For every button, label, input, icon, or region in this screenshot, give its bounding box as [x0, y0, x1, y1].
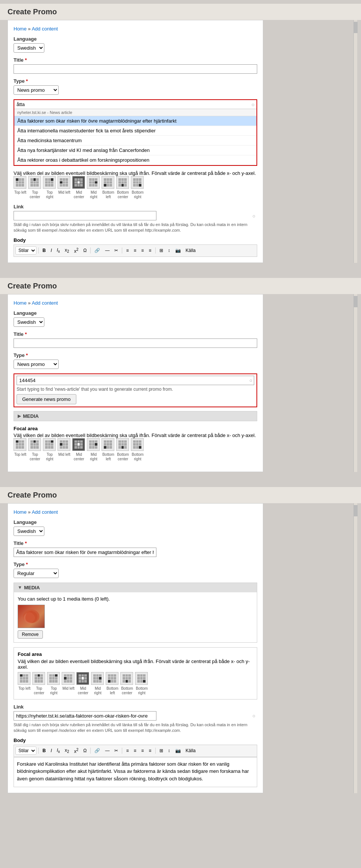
toolbar-ul-3[interactable]: ≡ [124, 747, 130, 754]
focal-cell-ml-2[interactable] [58, 438, 70, 451]
scrollbar-2[interactable] [353, 294, 357, 472]
toolbar-sup-3[interactable]: x2 [72, 747, 80, 755]
toolbar-bold-1[interactable]: B [41, 247, 48, 254]
focal-cell-tc-2[interactable] [28, 438, 41, 451]
toolbar-special-1[interactable]: Ω [81, 247, 88, 254]
focal-cell-bl-3[interactable] [106, 672, 118, 685]
focal-cell-tc-3[interactable] [32, 672, 45, 685]
remove-media-button-3[interactable]: Remove [18, 630, 43, 639]
focal-cell-bottom-left-1[interactable] [102, 176, 114, 189]
toolbar-image-3[interactable]: 📷 [173, 747, 183, 754]
scrollbar-3[interactable] [353, 503, 357, 793]
toolbar-italic-clear-1[interactable]: Ix [55, 246, 62, 255]
scrollbar-thumb-3[interactable] [354, 505, 358, 516]
focal-cell-br-2[interactable] [131, 438, 144, 451]
scrollbar-thumb-1[interactable] [354, 22, 358, 33]
focal-cell-bc-3[interactable] [120, 672, 133, 685]
focal-cell-tr-3[interactable] [47, 672, 60, 685]
focal-cell-bottom-right-1[interactable] [131, 176, 144, 189]
language-select-1[interactable]: Swedish [14, 43, 44, 53]
scrollbar-1[interactable] [353, 20, 357, 263]
toolbar-cut-3[interactable]: ✂ [112, 747, 120, 754]
focal-cell-mid-left-1[interactable] [58, 176, 70, 189]
type-select-1[interactable]: News promo [14, 85, 59, 95]
focal-cell-top-center-1[interactable] [28, 176, 41, 189]
link-input-3[interactable] [14, 711, 156, 721]
breadcrumb-addcontent-2[interactable]: Add content [32, 300, 58, 306]
toolbar-ul-1[interactable]: ≡ [124, 247, 130, 254]
title-input-3[interactable] [14, 548, 156, 557]
focal-cell-ml-3[interactable] [62, 672, 74, 685]
toolbar-source-3[interactable]: Källa [184, 747, 198, 754]
dropdown-more-item-1-1[interactable]: Åtta nya forskartjänster vid KI med ansl… [14, 146, 256, 155]
toolbar-indent-3[interactable]: ≡ [140, 747, 146, 754]
link-input-1[interactable] [14, 211, 156, 220]
toolbar-dash-1[interactable]: — [103, 247, 111, 254]
toolbar-italic-3[interactable]: I [49, 747, 54, 754]
toolbar-table-1[interactable]: ⊞ [158, 247, 165, 254]
title-input-1[interactable] [14, 64, 257, 74]
autocomplete-item-1-1[interactable]: Åtta internationella masterstudenter fic… [14, 126, 256, 136]
focal-cell-mr-2[interactable] [87, 438, 100, 451]
breadcrumb-addcontent-3[interactable]: Add content [32, 509, 58, 515]
focal-cell-tr-2[interactable] [43, 438, 56, 451]
toolbar-sub-1[interactable]: x2 [63, 246, 71, 255]
toolbar-image-1[interactable]: 📷 [173, 247, 183, 254]
toolbar-bold-3[interactable]: B [41, 747, 48, 754]
focal-cell-bc-2[interactable] [116, 438, 129, 451]
search-input-2[interactable] [17, 376, 254, 385]
dropdown-more-item-1-2[interactable]: Åtta rektorer oroas i debattartikel om f… [14, 155, 256, 165]
toolbar-source-1[interactable]: Källa [184, 247, 198, 254]
focal-cell-mc-3[interactable] [76, 672, 89, 685]
autocomplete-item-1-0[interactable]: Åtta faktorer som ökar risken för övre m… [14, 116, 256, 126]
toolbar-resize-1[interactable]: ↕ [166, 247, 172, 254]
focal-cell-mr-3[interactable] [91, 672, 104, 685]
focal-cell-tl-2[interactable] [14, 438, 26, 451]
toolbar-cut-1[interactable]: ✂ [112, 247, 120, 254]
focal-cell-bl-2[interactable] [102, 438, 114, 451]
toolbar-sub-3[interactable]: x2 [63, 747, 71, 755]
language-select-2[interactable]: Swedish [14, 317, 44, 327]
focal-cell-top-right-1[interactable] [43, 176, 56, 189]
toolbar-table-3[interactable]: ⊞ [158, 747, 165, 754]
focal-cell-mid-right-1[interactable] [87, 176, 100, 189]
toolbar-special-3[interactable]: Ω [81, 747, 88, 754]
toolbar-italic-1[interactable]: I [49, 247, 54, 254]
focal-cell-mid-center-1[interactable] [72, 176, 85, 189]
toolbar-styles-3[interactable]: Stilar [15, 747, 36, 755]
scrollbar-thumb-2[interactable] [354, 296, 358, 307]
toolbar-indent-1[interactable]: ≡ [140, 247, 146, 254]
breadcrumb-addcontent-1[interactable]: Add content [32, 26, 58, 32]
media-header-3[interactable]: ▼ MEDIA [14, 583, 257, 592]
title-input-2[interactable] [14, 338, 257, 348]
link-clear-icon-1[interactable]: ○ [252, 213, 255, 219]
language-select-3[interactable]: Swedish [14, 527, 44, 536]
breadcrumb-home-1[interactable]: Home [14, 26, 27, 32]
toolbar-styles-1[interactable]: Stilar [15, 246, 36, 255]
body-text-3[interactable]: Forskare vid Karolinska Institutet har i… [14, 757, 257, 787]
toolbar-resize-3[interactable]: ↕ [166, 747, 172, 754]
toolbar-ol-1[interactable]: ≡ [132, 247, 138, 254]
media-header-2[interactable]: ▶ MEDIA [14, 411, 257, 421]
breadcrumb-home-2[interactable]: Home [14, 300, 27, 306]
type-select-2[interactable]: News promo [14, 360, 59, 369]
autocomplete-input-1[interactable] [14, 100, 256, 109]
breadcrumb-home-3[interactable]: Home [14, 509, 27, 515]
autocomplete-clear-icon-1[interactable]: ○ [252, 102, 255, 108]
link-clear-icon-3[interactable]: ○ [252, 713, 255, 719]
toolbar-italic-clear-3[interactable]: Ix [55, 747, 62, 755]
toolbar-link-1[interactable]: 🔗 [93, 247, 102, 254]
type-select-3[interactable]: Regular [14, 569, 59, 578]
focal-cell-mc-2[interactable] [72, 438, 85, 451]
focal-cell-br-3[interactable] [135, 672, 148, 685]
search-clear-icon-2[interactable]: ○ [249, 378, 252, 383]
focal-cell-top-left-1[interactable] [14, 176, 26, 189]
toolbar-ol-3[interactable]: ≡ [132, 747, 138, 754]
focal-cell-tl-3[interactable] [18, 672, 30, 685]
toolbar-sup-1[interactable]: x2 [72, 246, 80, 255]
dropdown-more-item-1-0[interactable]: Åtta medicinska temacentrum [14, 136, 256, 146]
toolbar-dash-3[interactable]: — [103, 747, 111, 754]
generate-news-promo-button[interactable]: Generate news promo [17, 394, 76, 404]
toolbar-outdent-1[interactable]: ≡ [147, 247, 153, 254]
focal-cell-bottom-center-1[interactable] [116, 176, 129, 189]
